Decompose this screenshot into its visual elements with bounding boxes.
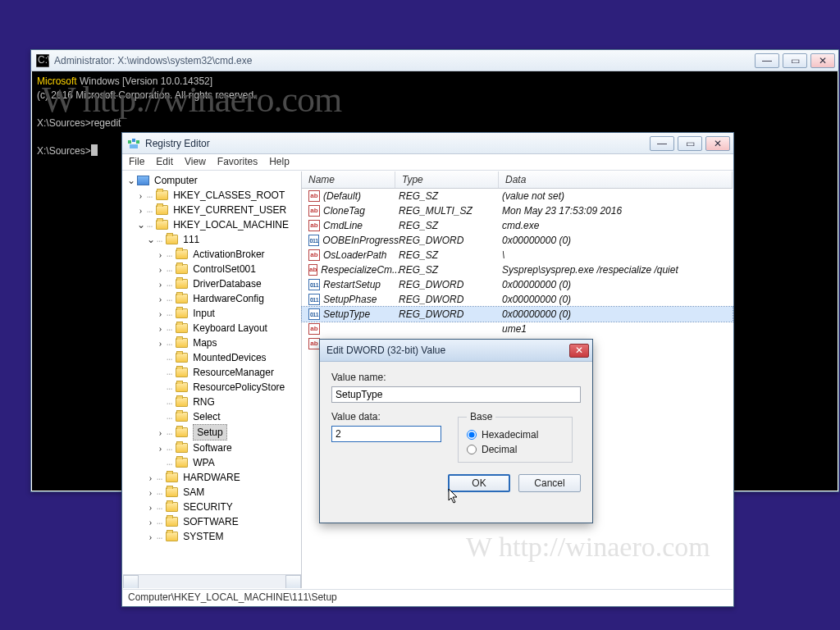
tree-twisty-icon[interactable]: › [156, 321, 165, 336]
close-button[interactable]: ✕ [705, 136, 730, 151]
menu-help[interactable]: Help [269, 156, 290, 168]
value-type: REG_DWORD [399, 235, 502, 246]
menu-edit[interactable]: Edit [156, 156, 173, 168]
list-header[interactable]: Name Type Data [302, 171, 733, 189]
cmd-titlebar[interactable]: C:\ Administrator: X:\windows\system32\c… [31, 50, 838, 71]
reg-01-icon: 011 [308, 294, 320, 305]
reg-ab-icon: ab [308, 264, 317, 276]
tree-node[interactable]: SOFTWARE [183, 514, 239, 529]
registry-tree[interactable]: ⌄Computer ›…HKEY_CLASSES_ROOT ›…HKEY_CUR… [123, 171, 302, 588]
folder-icon [176, 264, 188, 274]
tree-twisty-icon[interactable]: › [146, 529, 155, 544]
col-data[interactable]: Data [499, 171, 733, 188]
value-name: CloneTag [323, 205, 365, 217]
tree-node[interactable]: ActivationBroker [193, 247, 264, 262]
tree-twisty-icon[interactable]: › [156, 247, 165, 262]
tree-twisty-icon[interactable]: › [156, 262, 165, 276]
tree-node[interactable]: SAM [183, 485, 204, 500]
close-button[interactable]: ✕ [810, 53, 835, 68]
value-name: RestartSetup [323, 279, 381, 290]
list-row[interactable]: 011SetupPhaseREG_DWORD0x00000000 (0) [302, 292, 733, 307]
tree-node-computer[interactable]: Computer [154, 173, 198, 188]
svg-rect-2 [128, 140, 131, 144]
menu-file[interactable]: File [129, 156, 144, 168]
tree-twisty-icon[interactable]: › [156, 276, 165, 291]
radio-dec-input[interactable] [467, 445, 477, 454]
radio-hex-input[interactable] [467, 430, 477, 440]
tree-node[interactable]: Keyboard Layout [193, 321, 267, 336]
radio-hexadecimal[interactable]: Hexadecimal [467, 429, 564, 441]
tree-twisty-icon[interactable]: › [146, 514, 155, 529]
list-row[interactable]: abCloneTagREG_MULTI_SZMon May 23 17:53:0… [302, 203, 733, 218]
tree-node[interactable]: HKEY_LOCAL_MACHINE [173, 217, 289, 232]
folder-icon [166, 487, 178, 497]
tree-node[interactable]: DriverDatabase [193, 276, 261, 291]
list-row[interactable]: abRespecializeCm...REG_SZSysprep\sysprep… [302, 262, 733, 277]
tree-node[interactable]: ResourceManager [193, 365, 274, 380]
minimize-button[interactable]: — [650, 136, 674, 151]
list-row[interactable]: 011RestartSetupREG_DWORD0x00000000 (0) [302, 277, 733, 292]
regedit-titlebar[interactable]: Registry Editor — ▭ ✕ [122, 133, 733, 154]
tree-node[interactable]: HKEY_CURRENT_USER [173, 203, 286, 217]
radio-decimal[interactable]: Decimal [467, 444, 564, 455]
list-row[interactable]: abume1 [302, 322, 733, 336]
reg-ab-icon: ab [308, 220, 320, 231]
tree-node[interactable]: SECURITY [183, 500, 233, 514]
tree-twisty-icon[interactable]: › [156, 291, 165, 306]
tree-twisty-icon[interactable]: ⌄ [126, 173, 135, 188]
list-row[interactable]: 011OOBEInProgressREG_DWORD0x00000000 (0) [302, 233, 733, 248]
tree-node[interactable]: Select [193, 409, 220, 424]
tree-node[interactable]: ControlSet001 [193, 262, 256, 276]
tree-node[interactable]: 111 [183, 232, 199, 247]
tree-twisty-icon[interactable]: ⌄ [146, 232, 155, 247]
tree-twisty-icon[interactable]: › [156, 336, 165, 350]
value-name-field[interactable] [331, 386, 581, 403]
tree-twisty-icon[interactable]: › [136, 188, 145, 203]
col-name[interactable]: Name [302, 171, 395, 188]
maximize-button[interactable]: ▭ [783, 53, 807, 68]
tree-node[interactable]: ResourcePolicyStore [193, 380, 285, 395]
tree-node[interactable]: SYSTEM [183, 529, 223, 544]
tree-node[interactable]: HARDWARE [183, 470, 240, 485]
ok-button[interactable]: OK [448, 474, 510, 492]
minimize-button[interactable]: — [755, 53, 779, 68]
tree-horizontal-scrollbar[interactable] [123, 574, 301, 588]
tree-node[interactable]: HardwareConfig [193, 291, 264, 306]
dialog-close-button[interactable]: ✕ [569, 344, 589, 358]
tree-twisty-icon[interactable]: › [156, 306, 165, 321]
computer-icon [137, 176, 149, 185]
folder-icon [176, 397, 188, 407]
tree-node[interactable]: HKEY_CLASSES_ROOT [173, 188, 285, 203]
cancel-button[interactable]: Cancel [518, 474, 581, 492]
tree-node[interactable]: WPA [193, 455, 214, 470]
menu-favorites[interactable]: Favorites [217, 156, 258, 168]
value-data-field[interactable] [331, 426, 441, 442]
tree-twisty-icon[interactable]: › [156, 441, 165, 455]
list-row[interactable]: ab(Default)REG_SZ(value not set) [302, 189, 733, 203]
tree-node[interactable]: Input [193, 306, 215, 321]
tree-node[interactable]: Maps [193, 336, 217, 350]
tree-node[interactable]: RNG [193, 395, 215, 409]
value-type: REG_DWORD [399, 279, 502, 290]
dialog-titlebar[interactable]: Edit DWORD (32-bit) Value ✕ [320, 340, 592, 362]
list-row[interactable]: abOsLoaderPathREG_SZ\ [302, 248, 733, 262]
tree-twisty-icon[interactable]: › [156, 425, 165, 440]
list-row[interactable]: 011SetupTypeREG_DWORD0x00000000 (0) [302, 307, 733, 322]
maximize-button[interactable]: ▭ [678, 136, 702, 151]
tree-node[interactable]: Software [193, 441, 231, 455]
tree-twisty-icon[interactable]: › [146, 470, 155, 485]
tree-twisty-icon[interactable]: ⌄ [136, 217, 145, 232]
regedit-menubar: File Edit View Favorites Help [122, 154, 733, 171]
tree-twisty-icon[interactable]: › [146, 500, 155, 514]
menu-view[interactable]: View [185, 156, 206, 168]
folder-icon [176, 443, 188, 453]
tree-twisty-icon[interactable]: › [146, 485, 155, 500]
col-type[interactable]: Type [395, 171, 499, 188]
tree-node[interactable]: Setup [193, 424, 226, 441]
regedit-title: Registry Editor [145, 138, 645, 149]
cmd-text: (c) 2016 Microsoft Corporation. All righ… [37, 89, 833, 103]
folder-icon [166, 502, 178, 512]
list-row[interactable]: abCmdLineREG_SZcmd.exe [302, 218, 733, 233]
tree-twisty-icon[interactable]: › [136, 203, 145, 217]
tree-node[interactable]: MountedDevices [193, 350, 266, 365]
